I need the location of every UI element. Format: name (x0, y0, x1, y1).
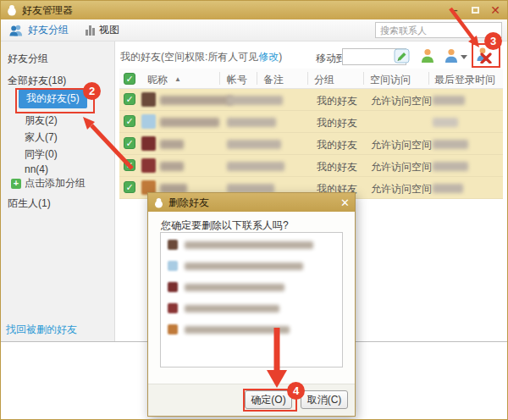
column-last-login[interactable]: 最后登录时间 (434, 73, 495, 87)
people-icon (9, 25, 24, 36)
delete-friend-dialog: 删除好友 ✕ 您确定要删除以下联系人吗? (147, 192, 356, 417)
step-badge-4: 4 (287, 382, 305, 400)
avatar (141, 114, 156, 129)
access-cell: 允许访问空间 (371, 138, 432, 152)
dialog-title-bar: 删除好友 ✕ (148, 193, 355, 212)
column-remark[interactable]: 备注 (263, 73, 284, 87)
edit-remark-icon[interactable] (394, 47, 411, 64)
move-friend-icon[interactable] (443, 47, 468, 64)
redacted-login-time (433, 96, 465, 105)
redacted-contact (185, 305, 279, 312)
column-nickname[interactable]: 昵称 (147, 73, 168, 87)
sidebar-item-strangers[interactable]: 陌生人(1) (8, 196, 51, 211)
row-checkbox[interactable]: ✓ (124, 93, 135, 105)
dialog-close-icon[interactable]: ✕ (340, 196, 350, 209)
row-checkbox[interactable]: ✓ (124, 115, 135, 127)
redacted-account (227, 118, 276, 127)
row-checkbox[interactable]: ✓ (124, 181, 135, 193)
search-box (375, 22, 502, 38)
list-caption: 我的好友(空间权限:所有人可见修改) (120, 50, 282, 64)
add-friend-icon[interactable] (419, 47, 436, 64)
redacted-account (227, 162, 284, 171)
step-badge-3: 3 (484, 32, 502, 50)
modify-permission-link[interactable]: 修改 (258, 51, 279, 63)
window-title: 好友管理器 (22, 3, 73, 18)
sidebar-item-friends[interactable]: 朋友(2) (25, 113, 58, 128)
redacted-login-time (433, 140, 468, 149)
list-item (161, 301, 342, 318)
sidebar-item-classmates[interactable]: 同学(0) (25, 147, 58, 162)
redacted-nickname (160, 162, 184, 171)
caption-text: 我的好友(空间权限:所有人可见 (120, 51, 258, 63)
friend-manager-window: 好友管理器 – ✕ 好友分组 视图 好友分组 全部好友(18) 我的好友(5) … (0, 0, 508, 420)
recover-deleted-friends-link[interactable]: 找回被删的好友 (6, 323, 77, 337)
plus-icon: + (11, 179, 21, 189)
list-item (161, 259, 342, 275)
sidebar-header: 好友分组 (8, 52, 48, 66)
group-cell: 我的好友 (317, 94, 357, 108)
table-header: ✓ 昵称 ▲ 帐号 备注 分组 空间访问 最后登录时间 (119, 69, 503, 89)
tab-view-label: 视图 (99, 23, 119, 37)
redacted-login-time (433, 118, 458, 127)
row-checkbox[interactable]: ✓ (124, 137, 135, 149)
step-badge-2: 2 (83, 82, 101, 100)
column-space-access[interactable]: 空间访问 (370, 73, 411, 87)
table-row[interactable]: ✓ 我的好友 允许访问空间 (119, 133, 503, 155)
table-row[interactable]: ✓ 我的好友 允许访问空间 (119, 155, 503, 177)
dialog-title: 删除好友 (168, 196, 209, 210)
qq-penguin-icon (6, 4, 18, 16)
search-input[interactable] (375, 22, 502, 38)
cancel-button[interactable]: 取消(C) (301, 390, 348, 409)
avatar (141, 92, 156, 107)
list-item (161, 323, 342, 339)
add-group-button[interactable]: + 点击添加分组 (11, 176, 86, 191)
contacts-to-delete-list (160, 232, 343, 368)
column-account[interactable]: 帐号 (227, 73, 247, 87)
tab-friend-groups[interactable]: 好友分组 (1, 19, 77, 41)
group-cell: 我的好友 (317, 138, 357, 152)
table-row[interactable]: ✓ 我的好友 允许访问空间 (119, 89, 503, 111)
redacted-contact (185, 262, 303, 270)
tab-view[interactable]: 视图 (77, 19, 128, 41)
access-cell: 允许访问空间 (371, 160, 432, 174)
qq-penguin-icon (153, 197, 164, 208)
list-item (161, 280, 342, 296)
avatar (168, 303, 178, 313)
add-group-label: 点击添加分组 (25, 176, 86, 191)
redacted-contact (185, 284, 284, 291)
dialog-message: 您确定要删除以下联系人吗? (161, 218, 289, 233)
close-button[interactable]: ✕ (489, 4, 502, 16)
access-cell: 允许访问空间 (371, 182, 432, 196)
redacted-account (227, 140, 281, 149)
row-checkbox[interactable]: ✓ (124, 159, 135, 171)
sidebar-item-all-friends[interactable]: 全部好友(18) (8, 74, 66, 88)
column-group[interactable]: 分组 (314, 73, 334, 87)
redacted-contact (185, 241, 313, 249)
select-all-checkbox[interactable]: ✓ (124, 73, 135, 85)
group-cell: 我的好友 (317, 160, 357, 174)
avatar (168, 282, 178, 292)
redacted-account (227, 96, 283, 105)
title-bar: 好友管理器 – ✕ (1, 1, 507, 19)
minimize-button[interactable]: – (448, 4, 461, 16)
sort-asc-icon: ▲ (174, 75, 181, 83)
table-row[interactable]: ✓ 我的好友 (119, 111, 503, 133)
redacted-nickname (160, 96, 233, 105)
maximize-button[interactable] (468, 4, 482, 16)
redacted-login-time (433, 162, 468, 171)
avatar (168, 240, 178, 250)
avatar (168, 324, 178, 334)
access-cell: 允许访问空间 (371, 94, 432, 108)
sidebar-item-family[interactable]: 家人(7) (25, 130, 58, 145)
sidebar-item-nn[interactable]: nn(4) (25, 163, 48, 175)
avatar (168, 261, 178, 271)
avatar (141, 158, 156, 173)
caption-suffix: ) (279, 51, 282, 63)
group-cell: 我的好友 (317, 116, 357, 130)
redacted-login-time (433, 184, 463, 193)
redacted-contact (185, 326, 290, 334)
redacted-nickname (160, 118, 219, 127)
avatar (141, 136, 156, 151)
tab-friend-groups-label: 好友分组 (28, 23, 69, 37)
redacted-nickname (160, 140, 184, 149)
